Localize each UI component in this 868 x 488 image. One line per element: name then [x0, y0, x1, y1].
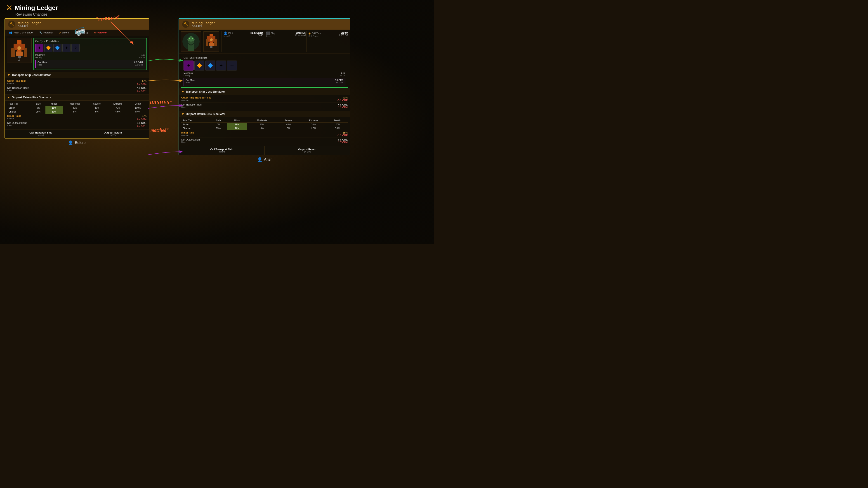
after-ore-title: Ore Type Possibilities	[184, 57, 345, 59]
tab-fleet-label: Fleet Commander	[13, 31, 33, 34]
after-rate-value: 2.0 OPH	[335, 82, 343, 84]
before-risk-chevron: ▼	[7, 96, 10, 99]
after-risk-header[interactable]: ▼ Outpost Return Risk Simulator	[179, 111, 350, 117]
before-net-haul-subvalue: 1.2 OPH	[137, 89, 147, 92]
after-minor-raid-row: Minor Raid Amount: 15% -1.2 ORE	[181, 131, 348, 137]
before-call-transport-sub: Instant	[7, 134, 75, 136]
tab-drill-power[interactable]: 📡 1,000 dp	[72, 30, 91, 36]
after-ore-icon-1[interactable]: 🔶	[194, 61, 204, 70]
drill-value: 9h 0m	[339, 31, 348, 34]
ore-icon-2[interactable]: 🔷	[53, 44, 61, 52]
before-mined-row: Ore Mined: Rate: 8.0 ORE 2.0 OPH	[37, 61, 143, 66]
after-risk-row-stolen: Stolen 0% 15% 30% 45% 70% 100%	[181, 123, 348, 127]
after-ore-icons-row: ✦ 🔶 🔷 ✦ ✧	[184, 61, 345, 70]
after-mined-row: Ore Mined Rate: 8.0 ORE 2.0 OPH	[186, 79, 343, 84]
before-ore-possibilities: Ore Type Possibilities ✦ 🔶 🔷 ✦ ✧ Magenox…	[33, 38, 147, 70]
svg-point-13	[192, 38, 193, 39]
after-outpost-return-sub: 1h 17m	[267, 151, 348, 153]
ore-icon-0[interactable]: ✦	[35, 44, 43, 52]
after-transport-content: Outer Ring Transport Fee Amount: 40% -3.…	[179, 95, 350, 111]
after-chance-severe: 5%	[277, 127, 300, 130]
stolen-safe: 0%	[31, 106, 45, 110]
col-extreme: Extreme	[107, 102, 129, 106]
ore-icon-1[interactable]: 🔶	[44, 44, 53, 52]
value-icon: ⚙	[94, 31, 96, 34]
before-risk-content: Raid Tier Safe Minor Moderate Severe Ext…	[5, 101, 149, 129]
before-minor-raid-row: Minor Raid: Amount: 15% -1.2 ORE	[7, 115, 147, 120]
col-safe: Safe	[31, 102, 45, 106]
drill-row: ◈ Drill Time Drill Power: 9h 0m 1,000 DP	[309, 31, 348, 37]
after-bottom-buttons: Call Transport Ship Instant Outpost Retu…	[179, 146, 350, 155]
after-chance-minor: 10%	[227, 127, 247, 130]
stolen-severe: 45%	[87, 106, 107, 110]
after-net-haul-value: 4.8 ORE	[338, 103, 348, 106]
ship-subvalue: Command	[295, 34, 306, 37]
after-transport-header[interactable]: ▼ Transport Ship Cost Simulator	[179, 89, 350, 95]
after-ore-icon-0[interactable]: ✦	[184, 61, 193, 70]
before-risk-table: Raid Tier Safe Minor Moderate Severe Ext…	[7, 102, 147, 113]
tab-drill-time[interactable]: ◇ 9h 0m	[57, 30, 71, 36]
before-magenox-row: Magenox: Density: 2.0x 48.7%	[35, 54, 145, 59]
before-ledger-subtitle: OR-L4X1	[18, 25, 41, 28]
risk-row-stolen: Stolen 0% 15% 30% 45% 70% 100%	[7, 106, 147, 110]
main-container: ⚔ Mining Ledger Reviewing Changes ⛏ Mini…	[0, 0, 434, 244]
before-transport-header[interactable]: ▼ Transport Ship Cost Simulator	[5, 72, 149, 78]
after-outpost-return-btn[interactable]: Outpost Return 1h 17m	[265, 146, 350, 155]
before-amount-label: Amount:	[7, 117, 21, 120]
ship-svg	[9, 39, 29, 62]
tab-hyperion[interactable]: 🔧 Hyperion	[37, 30, 56, 36]
after-transport-chevron: ▼	[181, 90, 184, 94]
svg-rect-8	[18, 60, 20, 61]
after-rate-label: Rate:	[186, 82, 196, 84]
before-outpost-return-btn[interactable]: Outpost Return 1h 17m	[77, 129, 149, 138]
chance-safe: 75%	[31, 110, 45, 113]
col-moderate: Moderate	[63, 102, 87, 106]
after-net-outpost-subvalue: 1.7 OPH	[338, 141, 348, 144]
before-net-haul-label: Net Transport Haul:	[7, 87, 29, 89]
before-net-haul-row: Net Transport Haul: Rate: 4.8 ORE 1.2 OP…	[7, 87, 147, 92]
after-ledger-icon: ⛏	[182, 21, 189, 28]
before-transport-chevron: ▼	[7, 73, 10, 77]
svg-rect-3	[24, 48, 27, 57]
page-title-row: ⚔ Mining Ledger	[6, 4, 58, 11]
tab-hyperion-label: Hyperion	[43, 31, 53, 34]
before-net-outpost-sublabel: Rate:	[7, 124, 27, 127]
after-net-outpost-label: Net Outpost Haul	[181, 138, 200, 141]
tab-fleet-commander[interactable]: 👥 Fleet Commander	[7, 30, 36, 36]
before-call-transport-btn[interactable]: Call Transport Ship Instant	[5, 129, 77, 138]
before-outer-ring-label: Outer Ring Tax:	[7, 79, 26, 82]
pilot-stat-drill: ◈ Drill Time Drill Power: 9h 0m 1,000 DP	[307, 31, 348, 52]
after-ledger-title-block: Mining Ledger OR-L4X1	[192, 21, 215, 28]
before-footer: 👤 Before	[4, 138, 149, 147]
stolen-death: 100%	[129, 106, 147, 110]
ore-icon-3[interactable]: ✦	[62, 44, 70, 52]
before-ore-title: Ore Type Possibilities	[35, 40, 145, 42]
after-stolen-extreme: 70%	[300, 123, 327, 127]
after-chance-moderate: 5%	[247, 127, 277, 130]
ore-icon-4[interactable]: ✧	[71, 44, 80, 52]
before-ledger-header: ⛏ Mining Ledger OR-L4X1	[5, 19, 149, 30]
before-density-value: 48.7%	[139, 56, 145, 59]
col-minor: Minor	[45, 102, 63, 106]
after-ore-icon-3[interactable]: ✦	[216, 61, 226, 70]
after-call-transport-sub: Instant	[181, 151, 263, 153]
before-ledger-card: ⛏ Mining Ledger OR-L4X1 👥 Fleet Commande…	[4, 18, 149, 138]
before-minor-raid-label: Minor Raid:	[7, 115, 21, 117]
ship-icon: ⬛	[266, 31, 270, 35]
before-outpost-return-label: Outpost Return	[79, 131, 147, 134]
after-ore-icon-4[interactable]: ✧	[227, 61, 237, 70]
after-ledger-header: ⛏ Mining Ledger OR-L4X1	[179, 19, 350, 30]
pilot-stat-ship: ⬛ Ship Class: Bruticus Command	[264, 31, 306, 52]
before-risk-header[interactable]: ▼ Outpost Return Risk Simulator	[5, 94, 149, 101]
hyperion-icon: 🔧	[39, 31, 42, 34]
tab-value[interactable]: ⚙ 7,600 dh	[92, 30, 110, 36]
risk-row-chance: Chance 75% 10% 5% 5% 4.6% 0.4%	[7, 110, 147, 113]
transport-divider	[7, 86, 147, 86]
after-col-moderate: Moderate	[247, 119, 277, 123]
after-risk-title: Outpost Return Risk Simulator	[186, 112, 225, 116]
after-stolen-label: Stolen	[181, 123, 210, 127]
after-ore-icon-2[interactable]: 🔷	[205, 61, 215, 70]
after-outpost-return-label: Outpost Return	[267, 148, 348, 151]
col-severe: Severe	[87, 102, 107, 106]
after-call-transport-btn[interactable]: Call Transport Ship Instant	[179, 146, 265, 155]
